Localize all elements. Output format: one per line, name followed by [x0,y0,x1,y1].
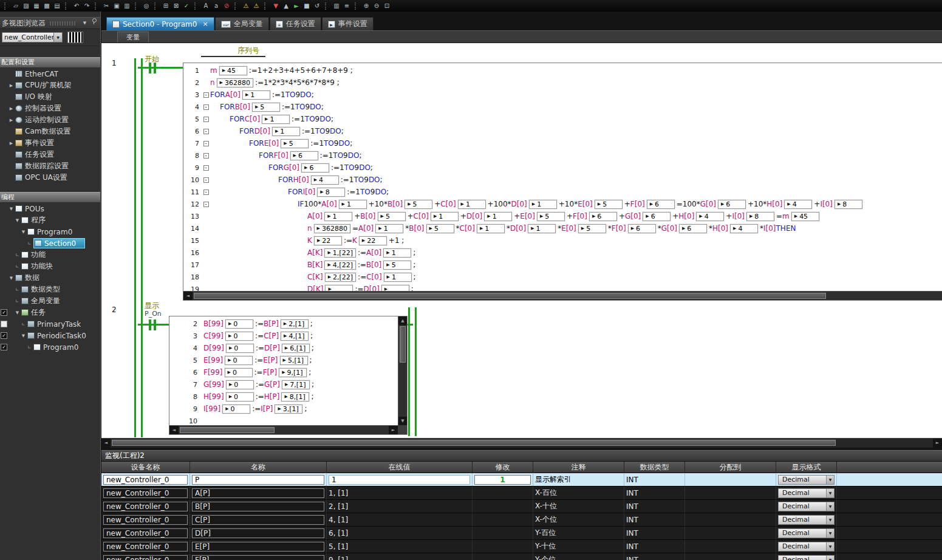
watch-value-box[interactable]: ▶4 [311,176,339,185]
display-format-select[interactable]: Decimal▼ [778,488,834,498]
watch-value-box[interactable]: ▶ [381,285,409,292]
watch-row[interactable]: new_Controller_0B[P]2, [1]X-十位INTDecimal… [101,500,942,513]
watch-value-box[interactable]: ▶6 [718,200,746,209]
st-line[interactable]: 4-FOR B[0]▶5:=1 TO 9 DO ; [183,101,942,113]
watch-value-box[interactable]: ▶1 [484,212,512,221]
watch-value-box[interactable]: ▶6 [643,212,671,221]
watch-value-box[interactable]: ▶5 [578,224,606,233]
display-format-select[interactable]: Decimal▼ [778,542,834,551]
scroll-track[interactable] [398,325,407,417]
st-line[interactable]: 5-FOR C[0]▶1:=1 TO 9 DO; [183,113,942,125]
watch-online-value-cell[interactable]: 9, [1] [327,553,473,560]
sidebar-item[interactable]: ✓▼PeriodicTask0 [0,330,100,341]
watch-value-box[interactable]: ▶6 [290,151,318,160]
st-line[interactable]: 6-FOR D[0]▶1:=1 TO 9 DO ; [183,125,942,137]
go-offline-icon[interactable]: ⊘ [222,1,231,10]
watch-modify-cell[interactable] [473,500,533,513]
watch-modify-cell[interactable] [473,553,533,560]
sidebar-item[interactable]: ▼Program0 [0,226,100,237]
search-icon[interactable]: ◎ [142,1,151,10]
watch-name-cell[interactable]: C[P] [192,515,324,525]
sidebar-item[interactable]: 任务设置 [0,149,100,160]
tree-down-arrow-icon[interactable]: ▼ [7,276,15,281]
scroll-track[interactable] [111,439,933,448]
watch-value-box[interactable]: ▶0 [225,319,253,329]
watch-value-box[interactable]: ▶5 [281,139,309,148]
close-icon[interactable]: × [202,21,208,27]
watch-column-header[interactable]: 在线值 [327,462,473,473]
watch-device-cell[interactable]: new_Controller_0 [103,488,188,498]
watch-value-box[interactable]: ▶3,[1] [275,405,302,414]
watch-value-box[interactable]: ▶6,[1] [282,344,310,353]
zoom-fit-icon[interactable]: ⊡ [382,1,392,10]
st1-hscrollbar[interactable]: ◄ ► [183,291,942,300]
scroll-track[interactable] [179,426,389,434]
rung2-contact[interactable] [138,319,169,330]
sidebar-section-header[interactable]: 配置和设置 [0,57,100,68]
scroll-down-icon[interactable]: ▼ [398,417,407,425]
st-line[interactable]: 2n▶362880:=1*2*3*4*5*6*7*8*9 ; [183,77,942,89]
checkbox-checked-icon[interactable]: ✓ [1,332,7,339]
tab-Section0 - Program0[interactable]: Section0 - Program0× [106,17,214,30]
watch-value-box[interactable]: ▶5 [252,103,280,112]
fold-collapse-icon[interactable]: - [203,104,209,110]
synchronize-icon[interactable]: ↺ [312,1,322,10]
watch-value-box[interactable]: ▶1 [528,224,556,233]
watch-column-header[interactable]: 修改 [473,462,533,473]
watch-value-box[interactable]: ▶0 [226,344,254,353]
sidebar-item[interactable]: ∟全局变量 [0,295,100,307]
watch-value-box[interactable]: ▶1 [529,200,557,209]
save-all-icon[interactable]: ▩ [42,1,52,10]
watch-value-box[interactable]: ▶1 [324,212,352,221]
sidebar-item[interactable]: ▼数据 [0,272,100,284]
tree-right-arrow-icon[interactable]: ▶ [7,83,15,88]
fold-collapse-icon[interactable]: - [203,129,209,134]
watch-value-box[interactable]: ▶0 [226,380,254,389]
warning-monitor-icon[interactable]: ⚠ [241,1,251,10]
build-icon[interactable]: ⊞ [161,1,171,10]
section-comment[interactable]: 序列号 [237,46,259,56]
st-line[interactable]: 16A[K]▶1,[22]:=A[0]▶1 ; [183,247,942,259]
tab-全局变量[interactable]: var全局变量 [215,17,269,30]
watch-value-box[interactable]: ▶6 [679,224,707,233]
cut-icon[interactable]: ✂ [101,1,111,10]
watch-modify-cell[interactable] [473,540,533,553]
watch-column-header[interactable]: 分配到 [685,462,776,473]
fold-collapse-icon[interactable]: - [203,117,209,122]
watch-value-box[interactable]: ▶5 [537,212,565,221]
controller-select[interactable]: new_Controller_0 ▼ [2,32,63,43]
watch-online-value-cell[interactable]: 5, [1] [327,540,473,553]
watch-column-header[interactable]: 显示格式 [776,462,837,473]
watch-device-cell[interactable]: new_Controller_0 [103,502,188,511]
watch-value-box[interactable]: ▶0 [225,332,253,341]
watch-name-cell[interactable]: B[P] [192,502,324,511]
scroll-right-icon[interactable]: ► [389,426,398,434]
scroll-thumb[interactable] [400,326,406,363]
watch-value-box[interactable]: ▶1,[22] [324,248,355,258]
display-format-select[interactable]: Decimal▼ [778,555,834,560]
watch-column-header[interactable]: 注释 [533,462,624,473]
scroll-thumb[interactable] [180,427,275,433]
sidebar-section-header[interactable]: 编程 [0,192,100,203]
watch-value-box[interactable]: ▶7,[1] [282,380,310,389]
open-project-icon[interactable]: ▨ [21,1,31,10]
st-line[interactable]: 13A[0]▶1+B[0]▶5+C[0]▶1+D[0]▶1+E[0]▶5+F[0… [183,210,942,222]
watch-value-box[interactable]: ▶6 [628,224,656,233]
scroll-right-icon[interactable]: ► [933,439,942,448]
editor-hscrollbar[interactable]: ◄ ► [101,438,942,448]
st-line[interactable]: 12-IF 100*A[0]▶1+10*B[0]▶5+C[0]▶1+100*D[… [183,198,942,210]
watch-value-box[interactable]: ▶5 [383,261,411,270]
watch-device-cell[interactable]: new_Controller_0 [103,555,188,560]
watch-value-box[interactable]: ▶1 [262,115,290,124]
watch-value-box[interactable]: ▶362880 [217,78,253,87]
watch-value-box[interactable]: ▶1 [458,200,486,209]
watch-modify-cell[interactable] [473,487,533,499]
watch-value-box[interactable]: ▶5 [595,200,623,209]
watch-value-box[interactable]: ▶22 [314,236,342,245]
sidebar-item[interactable]: ✓▼任务 [0,307,100,318]
watch-row[interactable]: new_Controller_0A[P]1, [1]X-百位INTDecimal… [101,487,942,500]
st-line[interactable]: 4D[99]▶0:=D[P]▶6,[1] ; [169,342,398,354]
sidebar-item[interactable]: ▶CPU/扩展机架 [0,80,100,91]
copy-icon[interactable]: ▣ [112,1,121,10]
watch-value-box[interactable]: ▶8 [834,200,862,209]
